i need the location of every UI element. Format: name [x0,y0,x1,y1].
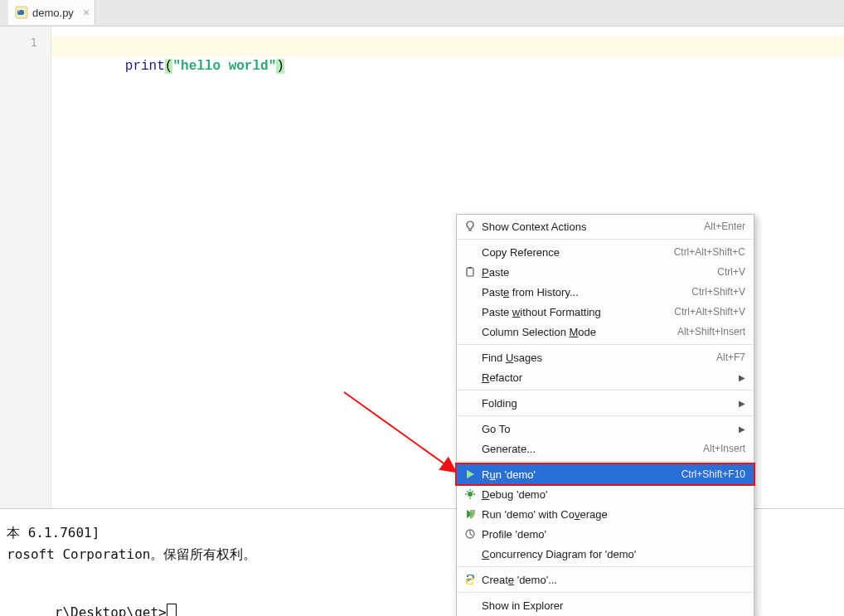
paren-open-highlight: ( [165,59,173,74]
menu-item[interactable]: Paste from History...Ctrl+Shift+V [457,282,754,302]
menu-item[interactable]: Create 'demo'... [457,570,754,589]
menu-item-label: Generate... [478,443,536,455]
menu-item[interactable]: Run 'demo' with Coverage [457,504,754,524]
menu-item[interactable]: Profile 'demo' [457,524,754,544]
blank-icon [462,371,478,384]
menu-item[interactable]: Show in Explorer [457,595,754,615]
token-function: print [125,59,165,74]
menu-item[interactable]: PasteCtrl+V [457,262,754,282]
submenu-arrow-icon: ▶ [739,424,745,434]
terminal-prompt: r\Desktop\get> [55,604,167,616]
menu-item-label: Paste [478,266,509,279]
menu-separator [457,566,754,567]
menu-item-label: Create 'demo'... [478,574,557,586]
menu-item-label: Run 'demo' [478,468,536,481]
menu-item-shortcut: Ctrl+V [717,266,745,278]
svg-point-1 [18,10,20,12]
blank-icon [462,325,478,338]
menu-item-shortcut: Alt+Shift+Insert [677,326,745,337]
menu-item-label: Column Selection Mode [478,326,596,338]
svg-line-14 [470,534,473,536]
svg-line-11 [473,491,474,492]
paste-icon [462,265,478,279]
menu-item-label: Profile 'demo' [478,528,546,541]
menu-item[interactable]: Find UsagesAlt+F7 [457,347,754,367]
menu-item-shortcut: Ctrl+Shift+V [691,286,745,298]
menu-item-label: Paste without Formatting [478,306,601,318]
menu-item[interactable]: Refactor▶ [457,367,754,387]
blank-icon [462,547,478,560]
menu-separator [457,461,754,462]
close-tab-icon[interactable]: × [83,6,90,19]
svg-rect-4 [468,267,472,269]
token-string: "hello world" [172,59,276,74]
menu-item-shortcut: Alt+Insert [703,443,745,454]
menu-item-shortcut: Ctrl+Alt+Shift+V [674,306,745,318]
terminal-cursor [167,604,177,616]
menu-item-label: Show Context Actions [478,221,586,233]
menu-item[interactable]: Column Selection ModeAlt+Shift+Insert [457,322,754,342]
menu-separator [457,390,754,390]
svg-line-10 [467,491,468,492]
menu-item[interactable]: Copy ReferenceCtrl+Alt+Shift+C [457,242,754,262]
menu-item[interactable]: Go To▶ [457,419,754,439]
line-number: 1 [0,33,51,51]
menu-item-shortcut: Ctrl+Shift+F10 [682,468,745,480]
menu-separator [457,239,754,240]
menu-item-label: Run 'demo' with Coverage [478,508,608,521]
editor-context-menu: Show Context ActionsAlt+EnterCopy Refere… [456,214,754,616]
menu-item[interactable]: Run 'demo'Ctrl+Shift+F10 [457,464,754,484]
menu-item[interactable]: Generate...Alt+Insert [457,439,754,458]
editor-tab-bar: demo.py × [0,0,844,27]
python-file-icon [15,6,28,19]
menu-item[interactable]: Paste without FormattingCtrl+Alt+Shift+V [457,302,754,322]
code-line-1: print("hello world") [61,36,284,96]
run-icon [462,468,478,481]
editor-tab-label: demo.py [32,7,74,19]
menu-separator [457,415,754,416]
svg-point-5 [468,492,473,497]
blank-icon [462,599,478,612]
blank-icon [462,285,478,298]
profile-icon [462,527,478,541]
menu-item-label: Copy Reference [478,246,560,259]
line-gutter: 1 [0,27,51,508]
blank-icon [462,396,478,410]
submenu-arrow-icon: ▶ [739,399,745,408]
menu-item[interactable]: Concurrency Diagram for 'demo' [457,544,754,564]
menu-item-label: Debug 'demo' [478,488,547,501]
coverage-icon [462,507,478,521]
menu-item[interactable]: Show Context ActionsAlt+Enter [457,216,754,236]
python-icon [462,573,478,586]
menu-separator [457,344,754,345]
blank-icon [462,442,478,455]
menu-item-label: Show in Explorer [478,599,563,612]
bulb-icon [462,220,478,233]
submenu-arrow-icon: ▶ [739,373,745,382]
menu-item-shortcut: Alt+F7 [716,352,745,363]
blank-icon [462,305,478,318]
debug-icon [462,487,478,501]
menu-item-label: Refactor [478,371,522,384]
menu-separator [457,592,754,593]
editor-tab-demo-py[interactable]: demo.py × [8,0,95,25]
svg-rect-3 [467,268,473,276]
paren-close-highlight: ) [276,59,284,74]
menu-item-label: Find Usages [478,352,542,364]
blank-icon [462,245,478,259]
menu-item-shortcut: Ctrl+Alt+Shift+C [674,246,745,258]
menu-item-label: Concurrency Diagram for 'demo' [478,548,636,560]
menu-item-shortcut: Alt+Enter [704,221,745,232]
menu-item-label: Folding [478,397,517,410]
menu-item-label: Paste from History... [478,286,579,298]
menu-item[interactable]: Debug 'demo' [457,484,754,504]
menu-item-label: Go To [478,423,510,435]
blank-icon [462,422,478,435]
menu-item[interactable]: Folding▶ [457,393,754,413]
svg-rect-2 [468,230,471,230]
blank-icon [462,351,478,364]
